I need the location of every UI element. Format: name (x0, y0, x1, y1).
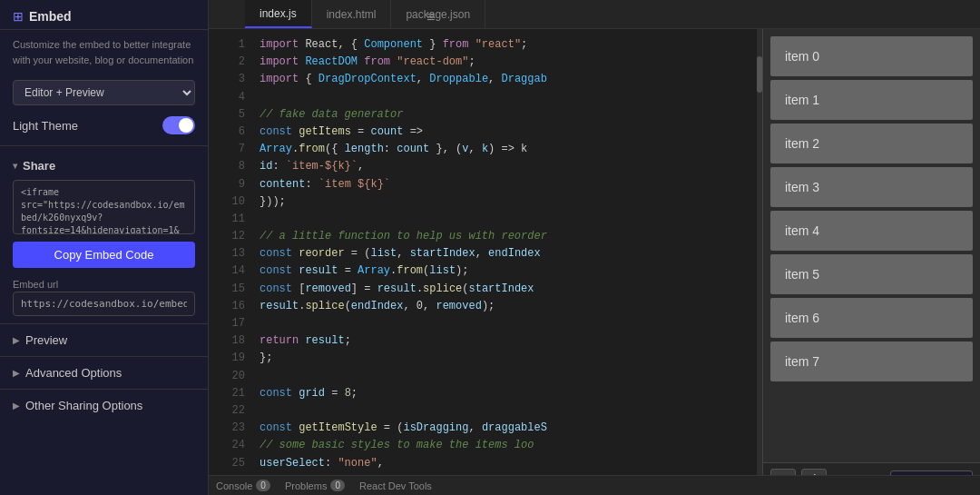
tab-index-html[interactable]: index.html (312, 0, 392, 28)
code-line: 6const getItems = count => (209, 124, 762, 141)
line-content: const result = Array.from(list); (260, 262, 469, 280)
line-number: 16 (220, 298, 245, 315)
line-number: 4 (220, 89, 245, 106)
code-line: 17 (209, 315, 762, 332)
list-item[interactable]: item 7 (770, 342, 973, 381)
code-panel[interactable]: 1import React, { Component } from "react… (209, 29, 762, 495)
preview-items-list[interactable]: item 0item 1item 2item 3item 4item 5item… (763, 29, 980, 462)
code-line: 4 (209, 89, 762, 106)
line-number: 8 (220, 158, 245, 175)
list-item[interactable]: item 2 (770, 124, 973, 163)
embed-code-textarea[interactable]: <iframe src="https://codesandbox.io/em b… (13, 180, 195, 234)
list-item[interactable]: item 1 (770, 80, 973, 120)
line-number: 21 (220, 385, 245, 402)
embed-icon: ⊞ (13, 9, 24, 24)
sidebar-description: Customize the embed to better integrate … (0, 30, 208, 74)
line-content: Array.from({ length: count }, (v, k) => … (260, 141, 527, 158)
code-line: 21const grid = 8; (209, 385, 762, 402)
bottom-bar: Console 0 Problems 0 React Dev Tools (209, 475, 980, 495)
code-line: 7 Array.from({ length: count }, (v, k) =… (209, 141, 762, 158)
line-content: return result; (260, 332, 351, 350)
share-section-header: ▾ Share (0, 152, 208, 180)
copy-embed-code-button[interactable]: Copy Embed Code (13, 242, 195, 268)
line-number: 13 (220, 245, 245, 262)
code-line: 13const reorder = (list, startIndex, end… (209, 245, 762, 262)
line-content: const grid = 8; (260, 385, 358, 402)
list-item[interactable]: item 0 (770, 36, 973, 76)
code-line: 5// fake data generator (209, 106, 762, 124)
line-content: }; (260, 350, 272, 367)
line-content: content: `item ${k}` (260, 176, 390, 193)
console-section[interactable]: Console 0 (216, 480, 270, 491)
line-content: const getItemStyle = (isDragging, dragga… (260, 420, 547, 437)
line-number: 23 (220, 420, 245, 437)
other-sharing-collapsible[interactable]: ▶ Other Sharing Options (0, 389, 208, 421)
problems-badge: 0 (330, 480, 345, 491)
tab-index-js[interactable]: index.js (245, 0, 312, 28)
line-content: const [removed] = result.splice(startInd… (260, 281, 534, 298)
code-line: 2import ReactDOM from "react-dom"; (209, 54, 762, 71)
theme-toggle-row: Light Theme (0, 111, 208, 140)
line-number: 25 (220, 455, 245, 472)
sidebar: ⊞ Embed Customize the embed to better in… (0, 0, 209, 495)
line-number: 1 (220, 36, 245, 54)
line-content: const reorder = (list, startIndex, endIn… (260, 245, 541, 262)
editor-area: ≡ index.js index.html package.json 1impo… (209, 0, 980, 495)
line-number: 19 (220, 350, 245, 367)
line-number: 5 (220, 106, 245, 124)
line-number: 17 (220, 315, 245, 332)
code-line: 20 (209, 368, 762, 385)
code-line: 9 content: `item ${k}` (209, 176, 762, 193)
line-number: 12 (220, 228, 245, 245)
line-content: id: `item-${k}`, (260, 158, 364, 175)
code-line: 3import { DragDropContext, Droppable, Dr… (209, 71, 762, 88)
line-number: 20 (220, 368, 245, 385)
other-sharing-arrow: ▶ (13, 401, 20, 411)
code-line: 1import React, { Component } from "react… (209, 36, 762, 54)
embed-url-input[interactable] (13, 292, 195, 316)
react-devtools-label: React Dev Tools (359, 480, 432, 491)
editor-tabs: index.js index.html package.json (209, 0, 980, 29)
line-number: 18 (220, 332, 245, 350)
code-line: 19}; (209, 350, 762, 367)
line-number: 7 (220, 141, 245, 158)
editor-mode-select-row: Editor + Preview Editor Only Preview Onl… (0, 74, 208, 111)
code-line: 18 return result; (209, 332, 762, 350)
scroll-indicator[interactable] (757, 29, 762, 495)
theme-toggle[interactable] (162, 116, 195, 134)
code-line: 12// a little function to help us with r… (209, 228, 762, 245)
list-item[interactable]: item 3 (770, 167, 973, 207)
editor-content: 1import React, { Component } from "react… (209, 29, 980, 495)
code-line: 24 // some basic styles to make the item… (209, 437, 762, 454)
preview-label: Preview (25, 333, 67, 347)
list-item[interactable]: item 6 (770, 298, 973, 338)
line-number: 14 (220, 262, 245, 280)
list-item[interactable]: item 4 (770, 211, 973, 251)
console-label: Console (216, 480, 252, 491)
code-line: 23const getItemStyle = (isDragging, drag… (209, 420, 762, 437)
preview-collapsible[interactable]: ▶ Preview (0, 323, 208, 356)
advanced-options-collapsible[interactable]: ▶ Advanced Options (0, 356, 208, 389)
code-line: 25 userSelect: "none", (209, 455, 762, 472)
hamburger-icon[interactable]: ≡ (419, 5, 442, 29)
line-content: // fake data generator (260, 106, 403, 124)
code-line: 10 })); (209, 193, 762, 211)
sidebar-title: Embed (29, 9, 72, 24)
line-number: 6 (220, 124, 245, 141)
line-content: import { DragDropContext, Droppable, Dra… (260, 71, 547, 88)
advanced-label: Advanced Options (25, 366, 122, 380)
preview-arrow: ▶ (13, 335, 20, 345)
code-line: 11 (209, 211, 762, 228)
code-lines: 1import React, { Component } from "react… (209, 29, 762, 495)
editor-mode-select[interactable]: Editor + Preview Editor Only Preview Onl… (13, 80, 195, 105)
react-devtools-section[interactable]: React Dev Tools (359, 480, 432, 491)
code-line: 14 const result = Array.from(list); (209, 262, 762, 280)
code-line: 15 const [removed] = result.splice(start… (209, 281, 762, 298)
share-label: Share (23, 159, 55, 173)
line-number: 10 (220, 193, 245, 211)
line-content: result.splice(endIndex, 0, removed); (260, 298, 495, 315)
line-number: 3 (220, 71, 245, 88)
problems-section[interactable]: Problems 0 (285, 480, 345, 491)
list-item[interactable]: item 5 (770, 254, 973, 294)
theme-toggle-label: Light Theme (13, 119, 78, 133)
